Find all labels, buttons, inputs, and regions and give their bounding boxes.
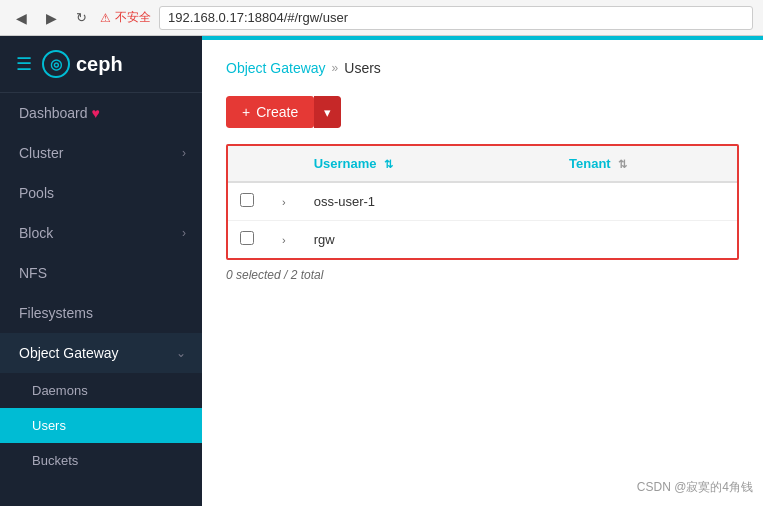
sidebar-item-object-gateway[interactable]: Object Gateway ⌄ bbox=[0, 333, 202, 373]
toolbar: + Create ▾ bbox=[226, 96, 739, 128]
chevron-right-block-icon: › bbox=[182, 226, 186, 240]
security-indicator: ⚠ 不安全 bbox=[100, 9, 151, 26]
filesystems-label: Filesystems bbox=[19, 305, 93, 321]
sidebar-item-users[interactable]: Users bbox=[0, 408, 202, 443]
main-content: Object Gateway » Users + Create ▾ bbox=[202, 36, 763, 506]
users-table-container: Username ⇅ Tenant ⇅ bbox=[226, 144, 739, 260]
breadcrumb-separator: » bbox=[332, 61, 339, 75]
sidebar-header: ☰ ◎ ceph bbox=[0, 36, 202, 93]
row1-checkbox-cell bbox=[228, 182, 266, 221]
cluster-label: Cluster bbox=[19, 145, 63, 161]
ceph-logo: ◎ ceph bbox=[42, 50, 123, 78]
table-row: › rgw bbox=[228, 221, 737, 259]
users-label: Users bbox=[32, 418, 66, 433]
nfs-label: NFS bbox=[19, 265, 47, 281]
table-row: › oss-user-1 bbox=[228, 182, 737, 221]
chevron-down-icon: ⌄ bbox=[176, 346, 186, 360]
table-header-row: Username ⇅ Tenant ⇅ bbox=[228, 146, 737, 182]
sort-icon-username: ⇅ bbox=[384, 158, 393, 170]
buckets-label: Buckets bbox=[32, 453, 78, 468]
sidebar-item-buckets[interactable]: Buckets bbox=[0, 443, 202, 478]
sidebar-item-filesystems[interactable]: Filesystems bbox=[0, 293, 202, 333]
plus-icon: + bbox=[242, 104, 250, 120]
pools-label: Pools bbox=[19, 185, 54, 201]
sidebar-item-dashboard[interactable]: Dashboard ♥ bbox=[0, 93, 202, 133]
table-summary: 0 selected / 2 total bbox=[226, 268, 739, 282]
th-checkbox bbox=[228, 146, 266, 182]
forward-button[interactable]: ▶ bbox=[40, 7, 62, 29]
row1-tenant bbox=[557, 182, 737, 221]
browser-bar: ◀ ▶ ↻ ⚠ 不安全 bbox=[0, 0, 763, 36]
ceph-logo-text: ceph bbox=[76, 53, 123, 76]
back-button[interactable]: ◀ bbox=[10, 7, 32, 29]
watermark: CSDN @寂寞的4角钱 bbox=[637, 479, 753, 496]
username-header-label: Username bbox=[314, 156, 377, 171]
row2-checkbox[interactable] bbox=[240, 231, 254, 245]
breadcrumb: Object Gateway » Users bbox=[226, 60, 739, 76]
row1-expand-icon[interactable]: › bbox=[278, 196, 290, 208]
url-bar[interactable] bbox=[159, 6, 753, 30]
row2-expand-icon[interactable]: › bbox=[278, 234, 290, 246]
breadcrumb-parent[interactable]: Object Gateway bbox=[226, 60, 326, 76]
th-tenant[interactable]: Tenant ⇅ bbox=[557, 146, 737, 182]
row2-expand-cell: › bbox=[266, 221, 302, 259]
breadcrumb-current: Users bbox=[344, 60, 381, 76]
row1-username: oss-user-1 bbox=[302, 182, 557, 221]
tenant-header-label: Tenant bbox=[569, 156, 611, 171]
row2-checkbox-cell bbox=[228, 221, 266, 259]
sidebar-item-daemons[interactable]: Daemons bbox=[0, 373, 202, 408]
block-label: Block bbox=[19, 225, 53, 241]
th-expand bbox=[266, 146, 302, 182]
security-label: 不安全 bbox=[115, 9, 151, 26]
create-button[interactable]: + Create bbox=[226, 96, 314, 128]
object-gateway-label: Object Gateway bbox=[19, 345, 119, 361]
chevron-right-icon: › bbox=[182, 146, 186, 160]
daemons-label: Daemons bbox=[32, 383, 88, 398]
row2-username: rgw bbox=[302, 221, 557, 259]
ceph-logo-icon: ◎ bbox=[42, 50, 70, 78]
sidebar: ☰ ◎ ceph Dashboard ♥ Cluster › Pools Blo… bbox=[0, 36, 202, 506]
warning-icon: ⚠ bbox=[100, 11, 111, 25]
sidebar-item-block[interactable]: Block › bbox=[0, 213, 202, 253]
create-label: Create bbox=[256, 104, 298, 120]
create-dropdown-button[interactable]: ▾ bbox=[314, 96, 341, 128]
sort-icon-tenant: ⇅ bbox=[618, 158, 627, 170]
row1-expand-cell: › bbox=[266, 182, 302, 221]
sidebar-item-pools[interactable]: Pools bbox=[0, 173, 202, 213]
users-table: Username ⇅ Tenant ⇅ bbox=[228, 146, 737, 258]
row1-checkbox[interactable] bbox=[240, 193, 254, 207]
reload-button[interactable]: ↻ bbox=[70, 7, 92, 29]
sidebar-item-cluster[interactable]: Cluster › bbox=[0, 133, 202, 173]
dashboard-label: Dashboard ♥ bbox=[19, 105, 100, 121]
sidebar-item-nfs[interactable]: NFS bbox=[0, 253, 202, 293]
hamburger-icon[interactable]: ☰ bbox=[16, 53, 32, 75]
th-username[interactable]: Username ⇅ bbox=[302, 146, 557, 182]
caret-down-icon: ▾ bbox=[324, 105, 331, 120]
create-btn-group: + Create ▾ bbox=[226, 96, 341, 128]
row2-tenant bbox=[557, 221, 737, 259]
